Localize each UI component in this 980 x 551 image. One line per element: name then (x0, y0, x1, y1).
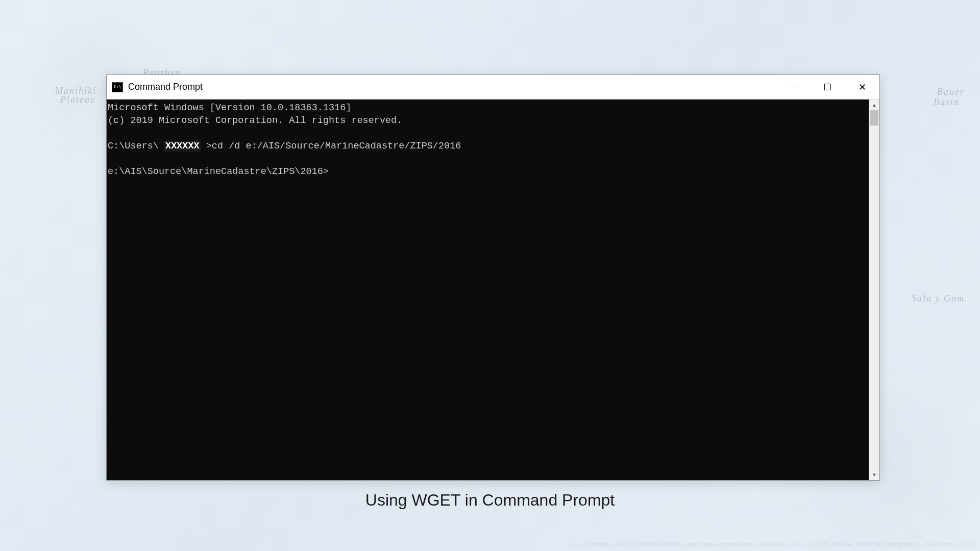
minimize-icon (790, 87, 796, 88)
map-label: Bauer (937, 87, 965, 97)
terminal-prompt-pre: C:\Users\ (108, 141, 164, 152)
scroll-thumb[interactable] (870, 110, 878, 126)
maximize-button[interactable] (810, 75, 845, 99)
terminal-output[interactable]: Microsoft Windows [Version 10.0.18363.13… (107, 99, 869, 480)
command-prompt-window: C:\ Command Prompt ✕ Microsoft Windows [… (106, 74, 880, 481)
terminal-line: (c) 2019 Microsoft Corporation. All righ… (108, 115, 402, 126)
slide-caption: Using WGET in Command Prompt (365, 491, 615, 510)
cmd-icon: C:\ (112, 82, 123, 92)
scroll-up-arrow-icon[interactable]: ▴ (869, 99, 879, 110)
map-label: Sala y Gom (912, 293, 965, 304)
scroll-down-arrow-icon[interactable]: ▾ (869, 469, 879, 480)
map-attribution: Esri, Garmin, GEBCO, NOAA NGDC, and othe… (570, 540, 975, 548)
terminal-area: Microsoft Windows [Version 10.0.18363.13… (107, 99, 879, 480)
window-controls: ✕ (775, 75, 879, 99)
minimize-button[interactable] (775, 75, 810, 99)
terminal-line: Microsoft Windows [Version 10.0.18363.13… (108, 103, 351, 113)
scroll-track[interactable] (869, 110, 879, 469)
close-button[interactable]: ✕ (845, 75, 879, 99)
maximize-icon (824, 84, 831, 90)
vertical-scrollbar[interactable]: ▴ ▾ (869, 99, 879, 480)
terminal-command: >cd /d e:/AIS/Source/MarineCadastre/ZIPS… (201, 141, 461, 152)
map-label: Plateau (60, 94, 96, 105)
redacted-username: XXXXXX (164, 141, 201, 152)
terminal-prompt: e:\AIS\Source\MarineCadastre\ZIPS\2016> (108, 166, 329, 177)
close-icon: ✕ (859, 83, 866, 92)
window-title: Command Prompt (128, 82, 203, 92)
map-label: Basin (934, 97, 960, 108)
title-bar[interactable]: C:\ Command Prompt ✕ (107, 75, 879, 99)
